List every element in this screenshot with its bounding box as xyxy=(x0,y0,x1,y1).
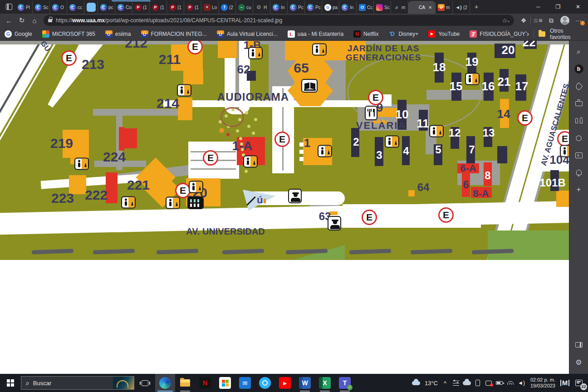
settings-icon[interactable]: ⚙ xyxy=(573,357,584,368)
browser-tab[interactable]: +Lo xyxy=(201,1,219,14)
minimize-button[interactable]: ─ xyxy=(528,0,548,14)
browser-tab[interactable]: Úm xyxy=(436,1,453,14)
other-favorites-label[interactable]: Otros favoritos xyxy=(550,28,583,40)
parking-marker: E xyxy=(362,210,377,225)
tab-title: In xyxy=(350,5,353,10)
bookmark-item[interactable]: NNetflix xyxy=(353,30,378,38)
open-panel-icon[interactable]: → xyxy=(573,339,584,350)
onedrive-tray-icon[interactable] xyxy=(461,374,472,392)
browser-tab[interactable]: CPc xyxy=(305,1,322,14)
bookmark-item[interactable]: ƊDisney+ xyxy=(388,30,418,38)
notification-center-button[interactable]: 22 xyxy=(570,374,588,392)
browser-tab[interactable]: CIn xyxy=(270,1,288,14)
browser-tab[interactable]: P(1 xyxy=(184,1,201,14)
refresh-button[interactable]: ↻ xyxy=(15,15,28,26)
browser-tab[interactable]: CO xyxy=(50,1,67,14)
restroom-icon xyxy=(177,84,191,97)
m365-icon[interactable]: ⬡ xyxy=(573,132,584,143)
map-block-white xyxy=(299,150,304,154)
browser-tab[interactable]: ⌕m xyxy=(391,1,408,14)
map-label-20: 20 xyxy=(502,43,515,57)
tab-title: Sc xyxy=(384,5,390,10)
start-button[interactable] xyxy=(0,374,21,392)
task-view-button[interactable] xyxy=(134,374,155,392)
close-button[interactable]: ✕ xyxy=(568,0,588,14)
bookmark-item[interactable]: ▶YouTube xyxy=(428,30,460,38)
browser-tab[interactable]: Ccc xyxy=(67,1,84,14)
browser-tab[interactable]: CPl xyxy=(15,1,33,14)
netflix-taskbar-icon[interactable]: N xyxy=(195,374,215,392)
browser-tab[interactable]: f(2 xyxy=(219,1,236,14)
browser-tab[interactable]: Gpa xyxy=(322,1,339,14)
new-tab-button[interactable]: + xyxy=(470,0,483,13)
browser-tab[interactable]: CSc xyxy=(33,1,50,14)
browser-tab[interactable]: Sc xyxy=(374,1,391,14)
battery-tray-icon[interactable] xyxy=(494,374,505,392)
excel-taskbar-icon[interactable]: X xyxy=(315,374,335,392)
browser-tab[interactable]: –cu xyxy=(236,1,253,14)
toolbox-icon[interactable] xyxy=(573,98,584,109)
search-icon[interactable]: ⌕ xyxy=(573,46,584,57)
bookmark-item[interactable]: ÚAula Virtual Licenci... xyxy=(217,30,278,38)
taskbar-clock[interactable]: 02:02 p. m. 19/03/2023 xyxy=(527,377,559,389)
browser-essentials-icon[interactable]: ❖ xyxy=(517,15,530,26)
home-button[interactable]: ⌂ xyxy=(28,15,41,26)
profile-avatar[interactable] xyxy=(558,15,572,26)
shopping-icon[interactable] xyxy=(573,81,584,92)
address-bar[interactable]: https://www.uaa.mx/portal/wp-content/upl… xyxy=(44,15,514,26)
browser-tab[interactable]: CIn xyxy=(339,1,357,14)
mixer-tray-icon[interactable] xyxy=(451,374,461,392)
bookmark-item[interactable]: Úesiima xyxy=(105,30,131,38)
browser-tab[interactable]: CCo xyxy=(115,1,132,14)
weather-widget[interactable]: 13°C xyxy=(410,374,440,392)
favorites-icon[interactable]: ☆≡ xyxy=(531,15,544,26)
store-taskbar-icon[interactable] xyxy=(215,374,235,392)
youtube-taskbar-icon[interactable]: ▶ xyxy=(275,374,295,392)
bookmarks-overflow-chevron[interactable]: › xyxy=(527,30,529,38)
add-favorite-icon[interactable]: ☆+ xyxy=(502,17,510,24)
screenshare-tray-icon[interactable] xyxy=(483,374,494,392)
tab-close-icon[interactable]: ✕ xyxy=(428,5,432,10)
bookmark-item[interactable]: GGoogle xyxy=(5,30,32,38)
games-icon[interactable] xyxy=(573,115,584,126)
tray-overflow-chevron[interactable]: ^ xyxy=(440,374,451,392)
bookmark-label: Disney+ xyxy=(398,31,418,37)
notifications-icon[interactable] xyxy=(573,167,584,178)
browser-tab-active[interactable]: CA✕ xyxy=(408,1,436,14)
chat-taskbar-icon[interactable] xyxy=(255,374,275,392)
word-taskbar-icon[interactable]: W xyxy=(295,374,315,392)
maximize-button[interactable]: ❐ xyxy=(548,0,568,14)
bookmark-item[interactable]: 𝓩FISIOLOGÍA_GUYTO... xyxy=(470,30,526,38)
browser-tab[interactable]: CPc xyxy=(288,1,305,14)
explorer-taskbar-icon[interactable] xyxy=(175,374,195,392)
mail-taskbar-icon[interactable]: ✉ xyxy=(235,374,255,392)
bookmark-item[interactable]: ÚFORMACION INTEG... xyxy=(141,30,207,38)
bookmark-item[interactable]: MICROSOFT 365 xyxy=(42,30,95,38)
copilot-favicon: C xyxy=(290,4,297,11)
browser-tab[interactable]: OCc xyxy=(357,1,374,14)
browser-tab[interactable]: Cpc xyxy=(98,1,115,14)
browser-tab[interactable]: P(1 xyxy=(167,1,184,14)
screenshot-icon[interactable] xyxy=(573,150,584,161)
bookmark-item[interactable]: Luaa - Mi Estantería xyxy=(288,30,343,38)
tab-workspaces-icon[interactable] xyxy=(3,0,15,13)
wifi-tray-icon[interactable] xyxy=(505,374,516,392)
m-tray-logo[interactable]: M xyxy=(559,374,570,392)
browser-tab[interactable]: P(1 xyxy=(132,1,150,14)
settings-menu-icon[interactable]: ···↑ xyxy=(572,15,585,26)
copilot-icon[interactable]: b xyxy=(573,64,584,74)
taskbar-search-input[interactable]: ⌕Buscar xyxy=(21,376,134,390)
phone-tray-icon[interactable] xyxy=(472,374,483,392)
add-icon[interactable]: + xyxy=(573,184,584,195)
browser-tab[interactable] xyxy=(84,1,98,14)
tab-group-indicator xyxy=(112,0,151,1)
browser-tab[interactable]: ⚙H xyxy=(253,1,270,14)
back-button[interactable]: ← xyxy=(3,15,15,26)
collections-icon[interactable]: ⧉ xyxy=(544,15,558,26)
edge-taskbar-icon[interactable] xyxy=(155,374,175,392)
teams-taskbar-icon[interactable]: T✓ xyxy=(335,374,355,392)
bookmark-label: FORMACION INTEG... xyxy=(151,31,207,37)
volume-tray-icon[interactable]: ◄) xyxy=(516,374,527,392)
browser-tab[interactable]: P(1 xyxy=(150,1,167,14)
browser-tab[interactable]: ◄)(2 xyxy=(453,1,470,14)
